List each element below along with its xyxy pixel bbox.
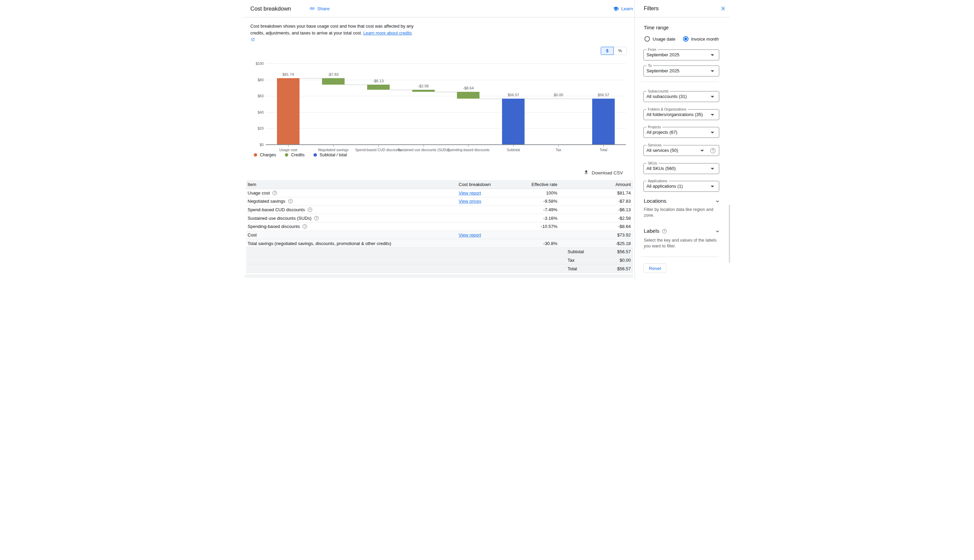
chevron-down-icon	[711, 186, 714, 187]
filter-select-folders-organizations[interactable]: Folders & OrganizationsAll folders/organ…	[643, 109, 719, 120]
radio-usage-date[interactable]	[645, 36, 650, 42]
waterfall-bar-total	[592, 98, 615, 144]
column-header-effective-rate: Effective rate	[513, 182, 557, 187]
filter-select-skus[interactable]: SKUsAll SKUs (560)	[643, 163, 719, 174]
table-row: $56.57Total	[246, 265, 633, 273]
filter-select-value: All applications (1)	[647, 181, 708, 192]
vertical-scrollbar[interactable]	[729, 205, 730, 263]
radio-usage-date-label[interactable]: Usage date	[653, 37, 675, 42]
reset-button[interactable]: Reset	[643, 263, 666, 273]
labels-expand-icon[interactable]	[715, 228, 720, 235]
x-axis-tick	[423, 145, 424, 147]
x-axis-tick	[378, 145, 379, 147]
filter-select-services[interactable]: ServicesAll services (50)?	[643, 145, 719, 156]
summary-label: Total	[568, 265, 577, 273]
help-icon[interactable]: ?	[302, 224, 307, 228]
item-label: Sustained use discounts (SUDs)	[247, 216, 311, 221]
item-cell: Usage cost?	[246, 190, 459, 195]
waterfall-bar-spending-based-discounts	[457, 92, 479, 99]
item-label: Total savings (negotiated savings, disco…	[247, 241, 391, 246]
x-axis-tick	[333, 145, 334, 147]
view-report-link[interactable]: View report	[459, 232, 481, 238]
help-icon[interactable]: ?	[272, 191, 277, 195]
x-axis-tick	[603, 145, 604, 147]
legend-label: Credits	[291, 153, 305, 157]
table-row: CostView report$73.92	[246, 231, 633, 240]
y-axis-tick-label: $0	[247, 143, 264, 147]
legend-swatch	[285, 153, 288, 157]
horizontal-scrollbar[interactable]	[245, 274, 633, 278]
filter-select-projects[interactable]: ProjectsAll projects (67)	[643, 127, 719, 138]
legend-swatch	[254, 153, 257, 157]
filters-title: Filters	[644, 0, 659, 17]
bar-value-label: $0.00	[538, 93, 579, 97]
amount-cell: -$6.13	[557, 207, 633, 212]
summary-label: Subtotal	[568, 248, 584, 256]
download-csv-label: Download CSV	[591, 170, 623, 175]
download-icon	[584, 170, 589, 176]
x-axis-category-label: Total	[569, 148, 638, 152]
footer-divider	[641, 257, 719, 257]
legend-swatch	[314, 153, 317, 157]
breakdown-cell: View report	[459, 190, 513, 195]
bar-value-label: $56.57	[493, 93, 534, 97]
section-divider	[641, 82, 719, 82]
connector-line	[435, 92, 457, 92]
y-axis-tick-label: $40	[247, 110, 264, 114]
filter-select-to[interactable]: ToSeptember 2025	[643, 65, 719, 77]
view-prices-link[interactable]: View prices	[459, 198, 481, 204]
connector-line	[344, 85, 367, 85]
labels-heading: Labels ?	[644, 228, 667, 234]
x-axis-line	[266, 144, 626, 145]
labels-help-icon[interactable]: ?	[662, 229, 667, 233]
table-row: $56.57Subtotal	[246, 248, 633, 256]
locations-heading: Locations	[644, 198, 666, 204]
table-row: Sustained use discounts (SUDs)?-3.16%-$2…	[246, 214, 633, 222]
x-axis-tick	[513, 145, 514, 147]
table-row: Total savings (negotiated savings, disco…	[246, 239, 633, 248]
gridline	[266, 63, 626, 64]
chevron-down-icon	[711, 168, 714, 170]
filter-select-value: All folders/organizations (35)	[647, 110, 708, 120]
filter-select-subaccounts[interactable]: SubaccountsAll subaccounts (31)	[643, 91, 719, 102]
x-axis-tick	[288, 145, 289, 147]
table-row: $0.00Tax	[246, 256, 633, 265]
radio-invoice-month-label[interactable]: Invoice month	[691, 37, 719, 42]
table-row: Spending-based discounts?-10.57%-$8.64	[246, 222, 633, 231]
download-csv-button[interactable]: Download CSV	[584, 170, 623, 176]
bar-value-label: $56.57	[583, 93, 624, 97]
collapse-panel-icon[interactable]	[720, 5, 726, 13]
gridline	[266, 112, 626, 113]
help-icon[interactable]: ?	[314, 216, 319, 220]
locations-expand-icon[interactable]	[715, 198, 720, 205]
cost-breakdown-page: Cost breakdown Share Learn Cost breakdow…	[244, 0, 730, 280]
connector-line	[479, 98, 502, 99]
item-label: Usage cost	[247, 190, 270, 195]
services-help-icon[interactable]: ?	[710, 148, 715, 153]
radio-invoice-month[interactable]	[683, 36, 688, 42]
x-axis-tick	[468, 145, 469, 147]
table-row: Usage cost?View report100%$81.74	[246, 189, 633, 198]
amount-cell: -$2.58	[557, 216, 633, 221]
locations-description: Filter by location data like region and …	[644, 207, 717, 218]
labels-heading-label: Labels	[644, 228, 660, 234]
item-label: Negotiated savings	[247, 198, 286, 204]
chevron-down-icon	[711, 114, 714, 116]
view-report-link[interactable]: View report	[459, 190, 481, 195]
column-header-cost-breakdown: Cost breakdown	[459, 182, 513, 187]
time-range-radio-group: Usage date Invoice month	[645, 36, 718, 42]
help-icon[interactable]: ?	[288, 199, 293, 203]
y-axis-tick-label: $100	[247, 62, 264, 65]
filter-select-value: All services (50)	[647, 145, 708, 156]
item-cell: Total savings (negotiated savings, disco…	[246, 241, 459, 246]
item-cell: Spend-based CUD discounts?	[246, 207, 459, 212]
item-label: Spend-based CUD discounts	[247, 207, 305, 212]
help-icon[interactable]: ?	[308, 207, 312, 212]
time-range-heading: Time range	[644, 25, 669, 30]
filter-select-applications[interactable]: ApplicationsAll applications (1)	[643, 181, 719, 192]
filter-select-value: All subaccounts (31)	[647, 92, 708, 102]
filter-select-from[interactable]: FromSeptember 2025	[643, 50, 719, 60]
item-cell: Spending-based discounts?	[246, 224, 459, 229]
filter-select-value: September 2025	[647, 66, 708, 76]
amount-cell: -$8.64	[557, 224, 633, 229]
